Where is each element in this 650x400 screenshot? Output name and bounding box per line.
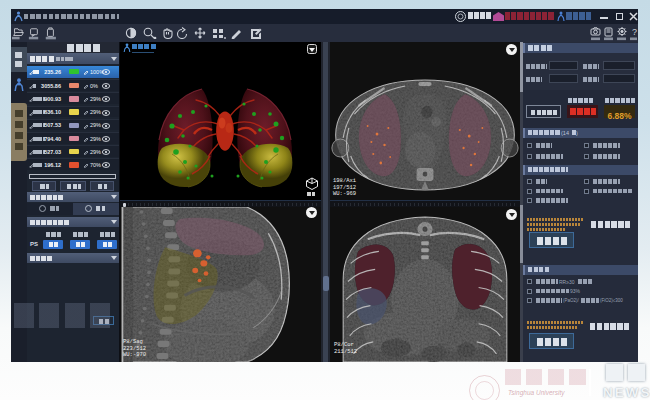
svg-text:?: ? <box>632 27 637 37</box>
